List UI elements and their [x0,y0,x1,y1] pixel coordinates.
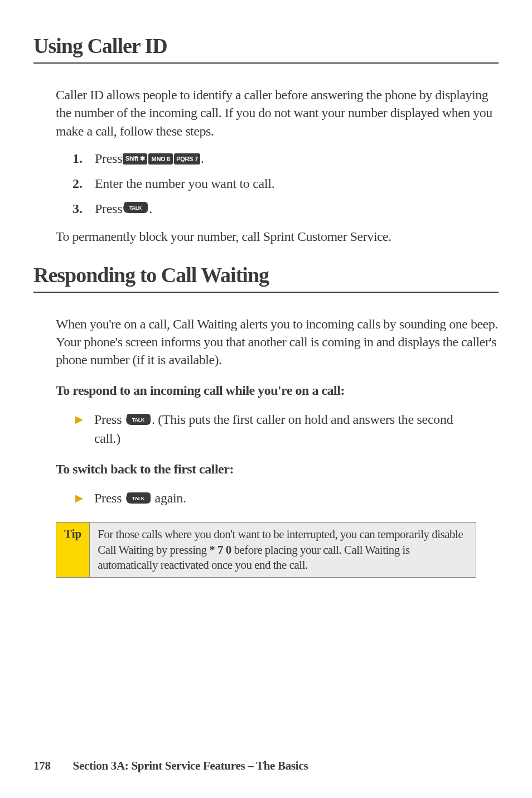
step-suffix: . [201,151,204,166]
tip-box: Tip For those calls where you don't want… [56,522,476,578]
pqrs-7-key-icon: PQRS 7 [174,153,200,165]
step-text: Enter the number you want to call. [95,176,274,191]
bullet-triangle-icon: ▶ [75,492,83,504]
call-waiting-intro: When you're on a call, Call Waiting aler… [56,315,499,369]
bullet-text: Press . (This puts the first caller on h… [94,410,482,448]
bullet-prefix: Press [94,491,125,505]
step-suffix: . [149,201,152,216]
tip-code: * 7 0 [209,543,231,557]
talk-key-icon [126,490,151,508]
section-heading-call-waiting: Responding to Call Waiting [33,263,499,293]
step-3: 3. Press . [72,201,499,216]
tip-content: For those calls where you don't want to … [90,523,476,577]
caller-id-outro: To permanently block your number, call S… [56,228,499,245]
bullet-text: Press again. [94,489,186,509]
step-prefix: Press [95,151,122,166]
caller-id-intro: Caller ID allows people to identify a ca… [56,86,499,140]
step-number: 3. [72,201,95,216]
tip-label: Tip [56,523,90,577]
section-heading-caller-id: Using Caller ID [33,33,499,64]
step-1: 1. Press Shift ✱ MNO 6 PQRS 7 . [72,151,499,166]
bullet-suffix: again. [152,491,186,505]
step-2: 2. Enter the number you want to call. [72,176,499,191]
subheading-switch: To switch back to the first caller: [56,462,499,477]
footer-section-title: Section 3A: Sprint Service Features – Th… [73,759,308,772]
bullet-respond: ▶ Press . (This puts the first caller on… [75,410,482,448]
shift-star-key-icon: Shift ✱ [123,153,147,165]
step-number: 2. [72,176,95,191]
talk-key-icon [126,412,151,429]
step-text: Press . [95,201,152,216]
bullet-triangle-icon: ▶ [75,413,83,425]
page-footer: 178 Section 3A: Sprint Service Features … [33,759,308,773]
talk-key-icon [123,201,148,216]
steps-list: 1. Press Shift ✱ MNO 6 PQRS 7 . 2. Enter… [72,151,499,216]
step-text: Press Shift ✱ MNO 6 PQRS 7 . [95,151,204,166]
mno-6-key-icon: MNO 6 [148,153,173,165]
subheading-respond: To respond to an incoming call while you… [56,383,499,398]
step-number: 1. [72,151,95,166]
bullet-switch: ▶ Press again. [75,489,482,509]
step-prefix: Press [95,201,122,216]
page-number: 178 [33,759,51,772]
bullet-prefix: Press [94,412,125,427]
